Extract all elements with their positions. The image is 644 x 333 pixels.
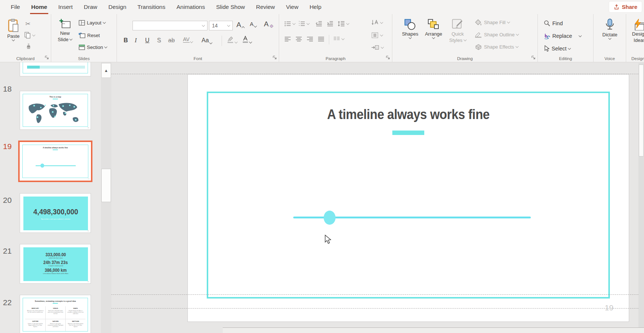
- layout-button[interactable]: Layout: [79, 20, 105, 26]
- slide-page-number: 19: [600, 303, 618, 312]
- menu-draw[interactable]: Draw: [78, 0, 103, 14]
- menu-review[interactable]: Review: [251, 0, 281, 14]
- shape-fill-icon: [475, 19, 482, 26]
- decrease-font-size-button[interactable]: A: [250, 21, 256, 27]
- thumbnail-slide-17[interactable]: [20, 62, 91, 76]
- find-icon: [544, 20, 550, 27]
- format-painter-button[interactable]: [25, 43, 32, 50]
- menu-transitions[interactable]: Transitions: [132, 0, 171, 14]
- bullets-button[interactable]: [284, 21, 295, 27]
- thumbnail-scrollbar[interactable]: ▲: [101, 62, 111, 333]
- timeline-dot-shape[interactable]: [324, 211, 336, 225]
- text-direction-button[interactable]: [371, 19, 383, 26]
- font-size-combo[interactable]: 14: [209, 21, 233, 30]
- font-dialog-launcher[interactable]: [272, 55, 278, 60]
- thumbnail-slide-22[interactable]: Sometimes, reviewing concepts is a good …: [20, 295, 91, 333]
- canvas-scrollbar[interactable]: [638, 63, 644, 332]
- thumbnail-slide-20[interactable]: 4,498,300,000 Big numbers catch your aud…: [20, 193, 91, 233]
- change-case-button[interactable]: Aa: [202, 37, 212, 44]
- clear-formatting-button[interactable]: A: [264, 20, 274, 28]
- menu-slide-show[interactable]: Slide Show: [210, 0, 251, 14]
- arrange-button[interactable]: Arrange: [423, 19, 444, 39]
- group-paragraph: Paragraph: [279, 14, 392, 62]
- menu-home[interactable]: Home: [26, 0, 53, 14]
- group-label-clipboard: Clipboard: [0, 56, 51, 61]
- share-icon: [614, 4, 620, 10]
- group-label-design: Design: [626, 56, 644, 61]
- align-left-button[interactable]: [284, 36, 291, 42]
- title-accent-bar[interactable]: [392, 131, 424, 135]
- text-highlight-button[interactable]: [227, 36, 237, 43]
- shape-effects-button[interactable]: Shape Effects: [475, 44, 518, 50]
- slide-title-text[interactable]: A timeline always works fine: [227, 107, 589, 122]
- justify-button[interactable]: [318, 36, 324, 42]
- slide-number-18: 18: [3, 85, 16, 93]
- world-map-graphic: [26, 101, 85, 127]
- reset-button[interactable]: Reset: [79, 32, 100, 38]
- font-name-combo[interactable]: [133, 21, 207, 30]
- slide-number-19: 19: [3, 142, 16, 151]
- section-button[interactable]: Section: [79, 44, 107, 50]
- increase-font-size-button[interactable]: A: [236, 21, 244, 29]
- clipboard-dialog-launcher[interactable]: [45, 55, 50, 60]
- paragraph-dialog-launcher[interactable]: [386, 55, 391, 60]
- scrollbar-thumb[interactable]: [101, 169, 111, 202]
- dictate-button[interactable]: Dictate: [599, 19, 620, 39]
- copy-button[interactable]: [24, 32, 35, 39]
- group-voice: Dictate Voice: [594, 14, 626, 62]
- align-center-icon: [295, 36, 302, 42]
- dictate-icon: [604, 19, 615, 31]
- bold-button[interactable]: B: [124, 37, 128, 44]
- replace-button[interactable]: Replace: [544, 33, 581, 39]
- replace-icon: [544, 33, 550, 39]
- align-text-button[interactable]: [371, 32, 383, 39]
- paste-button[interactable]: Paste: [4, 19, 22, 41]
- menu-animations[interactable]: Animations: [171, 0, 210, 14]
- convert-to-smartart-button[interactable]: [371, 44, 383, 50]
- highlighter-icon: [227, 36, 234, 43]
- clear-formatting-icon: [269, 24, 274, 28]
- menu-help[interactable]: Help: [304, 0, 327, 14]
- columns-button[interactable]: [333, 36, 344, 42]
- share-button[interactable]: Share: [609, 1, 642, 12]
- quick-styles-button[interactable]: Quick Styles: [447, 19, 469, 43]
- increase-indent-button[interactable]: [327, 21, 333, 27]
- align-right-button[interactable]: [307, 36, 313, 42]
- shape-fill-button[interactable]: Shape Fill: [475, 19, 510, 26]
- character-spacing-button[interactable]: AV: [183, 36, 193, 43]
- design-ideas-button[interactable]: Design Ideas: [629, 19, 644, 43]
- select-button[interactable]: Select: [544, 45, 571, 52]
- bullets-icon: [284, 21, 291, 27]
- menu-insert[interactable]: Insert: [53, 0, 78, 14]
- underline-button[interactable]: U: [145, 37, 150, 44]
- line-spacing-button[interactable]: [338, 21, 349, 27]
- shapes-button[interactable]: Shapes: [400, 19, 421, 39]
- strikethrough-button[interactable]: ab: [168, 37, 175, 44]
- new-slide-icon: [59, 19, 71, 30]
- progress-bar-fill: [27, 66, 40, 69]
- align-center-button[interactable]: [295, 36, 302, 42]
- drawing-dialog-launcher[interactable]: [531, 55, 536, 60]
- scrollbar-up-button[interactable]: ▲: [101, 63, 111, 78]
- layout-icon: [79, 20, 85, 26]
- thumbnail-slide-18[interactable]: This is a map: [20, 91, 91, 130]
- find-button[interactable]: Find: [544, 20, 563, 27]
- font-color-button[interactable]: [242, 36, 252, 43]
- italic-button[interactable]: I: [135, 37, 137, 44]
- slide-border-shape[interactable]: [207, 92, 610, 299]
- decrease-indent-button[interactable]: [316, 21, 322, 27]
- menu-view[interactable]: View: [281, 0, 304, 14]
- shape-outline-button[interactable]: Shape Outline: [475, 32, 519, 38]
- menu-design[interactable]: Design: [103, 0, 132, 14]
- thumbnail-slide-19-selected[interactable]: A timeline always works fine 19: [18, 141, 92, 182]
- numbering-button[interactable]: [298, 21, 309, 27]
- smartart-icon: [371, 44, 379, 50]
- new-slide-button[interactable]: New Slide: [54, 19, 76, 42]
- cut-button[interactable]: ✂: [25, 20, 30, 28]
- planet-grid: MERCURYMercury is the closest planet to …: [25, 306, 85, 331]
- ribbon: Paste ✂ Clipboard New Slide: [0, 14, 644, 62]
- thumbnail-slide-21[interactable]: 333,000.00 earths is the Sun's mass 24h …: [20, 244, 91, 284]
- workspace: 18 This is a map: [0, 62, 644, 333]
- menu-file[interactable]: File: [5, 0, 26, 14]
- text-shadow-button[interactable]: S: [157, 37, 161, 44]
